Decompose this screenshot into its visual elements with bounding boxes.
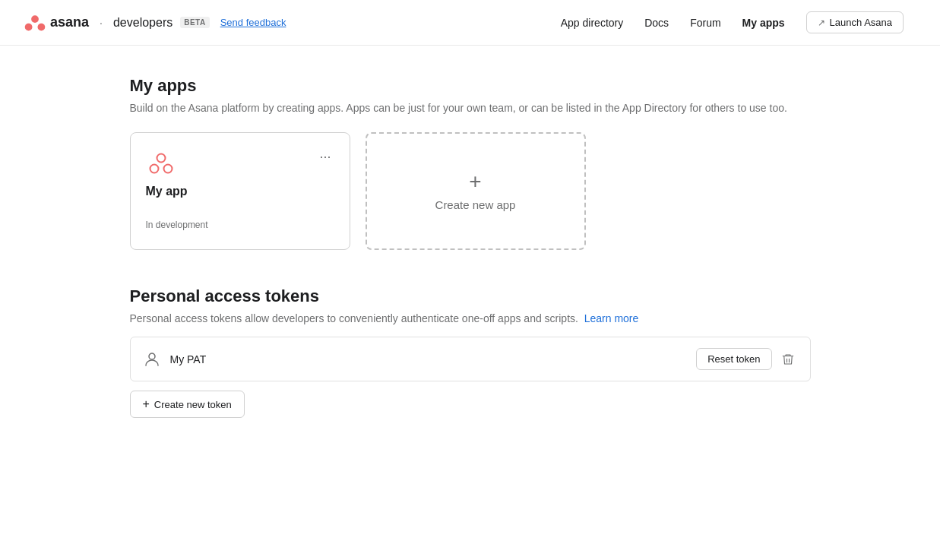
- developers-label: developers: [113, 16, 172, 30]
- token-row-my-pat: My PAT Reset token: [130, 337, 811, 381]
- reset-token-button[interactable]: Reset token: [696, 348, 771, 370]
- header-nav: App directory Docs Forum My apps ↗ Launc…: [561, 11, 904, 33]
- launch-asana-button[interactable]: ↗ Launch Asana: [806, 11, 904, 33]
- logo-text: asana: [50, 14, 89, 30]
- my-apps-description: Build on the Asana platform by creating …: [130, 102, 811, 114]
- asana-logo: asana: [24, 12, 89, 33]
- tokens-description: Personal access tokens allow developers …: [130, 312, 811, 324]
- app-status: In development: [146, 220, 334, 230]
- header-divider: ·: [100, 17, 103, 29]
- launch-icon: ↗: [818, 17, 825, 28]
- create-app-plus-icon: +: [469, 171, 481, 192]
- create-token-plus-icon: +: [143, 397, 150, 411]
- token-user-icon: [143, 350, 161, 369]
- create-new-app-label: Create new app: [435, 198, 516, 211]
- nav-app-directory[interactable]: App directory: [561, 17, 623, 29]
- nav-forum[interactable]: Forum: [690, 17, 720, 29]
- nav-my-apps[interactable]: My apps: [742, 17, 785, 29]
- svg-point-0: [31, 15, 39, 23]
- asana-logo-icon: [24, 12, 46, 33]
- beta-badge: BETA: [180, 17, 209, 28]
- svg-point-5: [163, 165, 172, 173]
- launch-btn-label: Launch Asana: [830, 17, 892, 28]
- svg-point-4: [150, 165, 158, 173]
- learn-more-link[interactable]: Learn more: [584, 312, 639, 324]
- main-content: My apps Build on the Asana platform by c…: [106, 46, 835, 448]
- app-card-header: ···: [146, 148, 334, 179]
- create-new-token-button[interactable]: + Create new token: [130, 391, 245, 418]
- svg-point-1: [25, 23, 33, 30]
- svg-point-6: [149, 353, 155, 359]
- nav-docs[interactable]: Docs: [644, 17, 669, 29]
- tokens-section: Personal access tokens Personal access t…: [130, 286, 811, 418]
- svg-point-2: [38, 23, 46, 30]
- create-new-app-card[interactable]: + Create new app: [366, 132, 586, 250]
- header: asana · developers BETA Send feedback Ap…: [0, 0, 940, 46]
- my-apps-section: My apps Build on the Asana platform by c…: [130, 76, 811, 250]
- trash-icon: [781, 353, 795, 366]
- app-card-my-app[interactable]: ··· My app In development: [130, 132, 350, 250]
- header-left: asana · developers BETA Send feedback: [24, 12, 286, 33]
- app-icon: [146, 148, 176, 179]
- apps-grid: ··· My app In development + Create new a…: [130, 132, 811, 250]
- my-apps-title: My apps: [130, 76, 811, 96]
- create-token-label: Create new token: [154, 399, 232, 410]
- token-name: My PAT: [170, 353, 697, 365]
- app-menu-button[interactable]: ···: [316, 148, 334, 165]
- send-feedback-link[interactable]: Send feedback: [220, 17, 286, 28]
- svg-point-3: [157, 154, 165, 163]
- delete-token-button[interactable]: [778, 350, 798, 369]
- tokens-title: Personal access tokens: [130, 286, 811, 306]
- app-name: My app: [146, 185, 334, 198]
